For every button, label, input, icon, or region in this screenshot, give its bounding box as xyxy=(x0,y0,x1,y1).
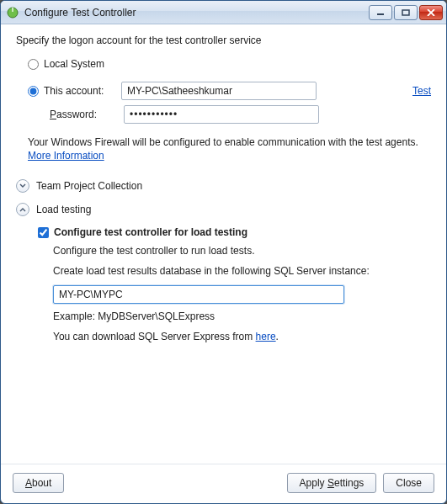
configure-load-checkbox[interactable] xyxy=(38,227,49,238)
sql-download-post: . xyxy=(276,331,279,342)
load-desc: Configure the test controller to run loa… xyxy=(53,245,431,257)
close-window-button[interactable] xyxy=(419,5,443,20)
more-info-link[interactable]: More Information xyxy=(28,150,104,162)
radio-local-system-label: Local System xyxy=(44,58,104,70)
password-input[interactable] xyxy=(124,105,319,124)
window-title: Configure Test Controller xyxy=(24,7,369,19)
close-button[interactable]: Close xyxy=(383,473,434,493)
password-row: Password: xyxy=(45,105,431,124)
radio-local-system-input[interactable] xyxy=(28,59,39,70)
sql-prompt: Create load test results database in the… xyxy=(53,265,431,277)
configure-load-checkbox-row[interactable]: Configure test controller for load testi… xyxy=(38,226,431,238)
maximize-button[interactable] xyxy=(394,5,418,20)
password-label: Password: xyxy=(45,109,115,120)
sql-download-line: You can download SQL Server Express from… xyxy=(53,331,431,342)
svg-rect-3 xyxy=(402,10,409,15)
about-button[interactable]: About xyxy=(13,473,64,493)
svg-rect-1 xyxy=(12,8,13,12)
sql-download-link[interactable]: here xyxy=(256,331,276,342)
minimize-button[interactable] xyxy=(369,5,392,20)
app-icon xyxy=(6,6,19,19)
radio-this-account-row: This account: Test xyxy=(28,82,431,100)
test-link[interactable]: Test xyxy=(412,85,431,97)
expander-load-label: Load testing xyxy=(36,204,91,215)
radio-this-account-input[interactable] xyxy=(28,86,39,97)
firewall-note: Your Windows Firewall will be configured… xyxy=(28,135,431,162)
radio-this-account-label: This account: xyxy=(44,85,116,97)
chevron-up-icon xyxy=(16,203,29,216)
expander-tpc-label: Team Project Collection xyxy=(36,180,142,192)
titlebar[interactable]: Configure Test Controller xyxy=(1,1,446,24)
footer: About Apply Settings Close xyxy=(1,464,446,503)
content-area: Specify the logon account for the test c… xyxy=(1,24,446,464)
sql-instance-input[interactable] xyxy=(53,285,344,304)
firewall-note-text: Your Windows Firewall will be configured… xyxy=(28,136,418,148)
sql-download-pre: You can download SQL Server Express from xyxy=(53,331,256,342)
load-testing-panel: Configure test controller for load testi… xyxy=(38,226,431,351)
apply-settings-button[interactable]: Apply Settings xyxy=(287,473,377,493)
svg-rect-2 xyxy=(377,13,384,15)
logon-heading: Specify the logon account for the test c… xyxy=(16,34,431,46)
window-frame: Configure Test Controller Specify the lo… xyxy=(0,0,447,504)
expander-team-project-collection[interactable]: Team Project Collection xyxy=(16,179,431,193)
sql-example: Example: MyDBServer\SQLExpress xyxy=(53,310,431,322)
configure-load-label: Configure test controller for load testi… xyxy=(54,226,247,238)
expander-load-testing[interactable]: Load testing xyxy=(16,203,431,216)
radio-local-system[interactable]: Local System xyxy=(28,58,431,70)
chevron-down-icon xyxy=(16,179,29,193)
account-input[interactable] xyxy=(121,82,317,100)
